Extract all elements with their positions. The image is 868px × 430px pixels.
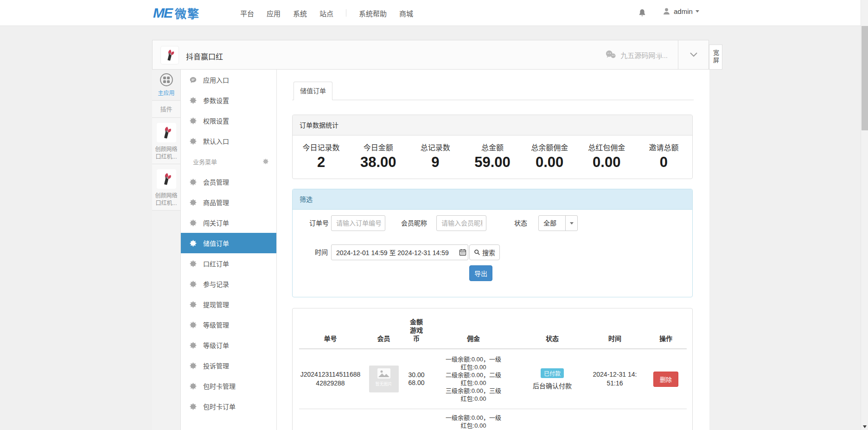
filter-panel: 筛选 订单号 会员昵称 状态 全部 时间 搜索 导出 (292, 189, 693, 297)
col-order-no: 单号 (299, 315, 362, 349)
amount-value: 30.00 (408, 371, 425, 379)
lipstick-icon (159, 125, 174, 141)
menu-item-lipstick-orders[interactable]: 口红订单 (181, 253, 276, 274)
menu-label: 口红订单 (203, 259, 229, 268)
cell-commission: 一级余额:0.00，一级红包:0.00 (427, 409, 520, 430)
search-icon (474, 249, 480, 256)
rail-item-main-app[interactable]: 主应用 (152, 70, 180, 100)
status-note: 后台确认付款 (520, 381, 585, 390)
order-stats-panel: 订单数据统计 今日记录数 2 今日金额 38.00 总记录数 9 总金额 59.… (292, 115, 693, 179)
menu-item-member-mgmt[interactable]: 会员管理 (181, 172, 276, 192)
menu-item-complaint-mgmt[interactable]: 投诉管理 (181, 355, 276, 376)
menu-item-default-entry[interactable]: 默认入口 (181, 131, 276, 151)
col-member: 会员 (362, 315, 406, 349)
col-actions: 操作 (645, 315, 687, 349)
gear-icon (189, 219, 197, 227)
stat-balance-commission: 总余额佣金 0.00 (521, 141, 578, 171)
page-scrollbar[interactable] (861, 0, 868, 430)
logo-name: 微擎 (175, 5, 200, 21)
gear-icon (189, 178, 197, 186)
gear-icon (189, 137, 197, 145)
menu-item-level-orders[interactable]: 闯关订单 (181, 212, 276, 233)
nav-apps[interactable]: 应用 (267, 8, 281, 18)
logo-mark: ME (153, 5, 172, 21)
gear-icon (189, 96, 197, 104)
time-label: 时间 (315, 244, 328, 260)
widescreen-toggle[interactable]: 宽屏 (709, 45, 722, 70)
table-row: J202412311451168842829288 暂无图片 30.00 68.… (299, 349, 687, 409)
sidebar-menu: 应用入口 参数设置 权限设置 默认入口 业务菜单 会员管理 商品管理 闯关订单 … (181, 70, 277, 430)
menu-label: 包时卡管理 (203, 381, 236, 391)
status-select[interactable]: 全部 (538, 215, 578, 231)
scrollbar-thumb[interactable] (862, 26, 868, 130)
app-rail: 主应用 插件 创颜网络口红机... 创颜网络口红机... (152, 70, 181, 430)
wechat-icon (605, 50, 617, 60)
menu-label: 等级管理 (203, 320, 229, 329)
gear-icon (189, 301, 197, 308)
status-badge: 已付款 (541, 368, 564, 378)
service-account: 九五源码网:iji... (605, 40, 668, 69)
rail-item-plugin-1[interactable]: 创颜网络口红机... (152, 118, 180, 164)
scrollbar-down-arrow[interactable] (861, 423, 868, 430)
menu-item-app-entry[interactable]: 应用入口 (181, 70, 276, 90)
menu-label: 储值订单 (203, 238, 229, 248)
nav-site[interactable]: 站点 (319, 8, 333, 18)
cell-commission: 一级余额:0.00，一级红包:0.00 二级余额:0.00，二级红包:0.00 … (427, 349, 520, 409)
cell-status: 已付款 后台确认付款 (520, 349, 585, 409)
nav-platform[interactable]: 平台 (240, 8, 254, 18)
menu-item-param-settings[interactable]: 参数设置 (181, 90, 276, 110)
menu-item-timecard-orders[interactable]: 包时卡订单 (181, 396, 276, 417)
notification-bell-icon[interactable] (638, 8, 647, 18)
search-button-label: 搜索 (482, 248, 495, 257)
menu-label: 等级订单 (203, 340, 229, 350)
caret-down-icon (570, 222, 574, 226)
col-amount-coin: 金额游戏币 (406, 315, 427, 349)
menu-item-timecard-mgmt[interactable]: 包时卡管理 (181, 376, 276, 396)
export-button[interactable]: 导出 (469, 265, 492, 281)
user-menu[interactable]: admin (662, 7, 699, 16)
nav-system[interactable]: 系统 (293, 8, 307, 18)
nickname-input[interactable] (436, 215, 486, 231)
tab-stored-value-orders[interactable]: 储值订单 (294, 82, 332, 100)
weiengine-logo[interactable]: ME 微擎 (153, 5, 200, 21)
app-logo (161, 46, 179, 64)
select-caret-button[interactable] (565, 216, 577, 231)
stat-today-amount: 今日金额 38.00 (350, 141, 407, 171)
menu-item-withdrawal-mgmt[interactable]: 提现管理 (181, 294, 276, 314)
menu-label: 会员管理 (203, 177, 229, 186)
lipstick-icon (159, 171, 174, 187)
rail-item-plugin-2[interactable]: 创颜网络口红机... (152, 164, 180, 211)
cell-amount-coin: 30.00 68.00 (406, 349, 427, 409)
stat-today-records: 今日记录数 2 (293, 141, 350, 171)
widescreen-label: 宽屏 (711, 50, 720, 64)
menu-item-product-mgmt[interactable]: 商品管理 (181, 192, 276, 212)
collapse-header-button[interactable] (678, 40, 708, 69)
search-button[interactable]: 搜索 (469, 244, 500, 260)
menu-label: 参数设置 (203, 96, 229, 105)
gear-icon (189, 341, 197, 349)
menu-item-grade-mgmt[interactable]: 等级管理 (181, 314, 276, 335)
menu-label: 默认入口 (203, 136, 229, 146)
nav-store[interactable]: 商城 (399, 8, 413, 18)
menu-item-permission-settings[interactable]: 权限设置 (181, 110, 276, 131)
filter-title: 筛选 (293, 189, 692, 210)
username: admin (674, 7, 693, 15)
nav-help[interactable]: 系统帮助 (359, 8, 387, 18)
top-navigation: 平台 应用 系统 站点 系统帮助 商城 (240, 0, 413, 26)
calendar-icon[interactable] (459, 249, 466, 256)
time-range-input[interactable] (331, 244, 468, 260)
orders-table: 单号 会员 金额游戏币 佣金 状态 时间 操作 J202412311451168… (299, 315, 687, 430)
plugin-icon (157, 123, 176, 142)
section-gear-icon[interactable] (262, 158, 269, 165)
order-no-input[interactable] (331, 215, 385, 231)
gear-icon (189, 280, 197, 288)
table-header-row: 单号 会员 金额游戏币 佣金 状态 时间 操作 (299, 315, 687, 349)
menu-item-grade-orders[interactable]: 等级订单 (181, 335, 276, 355)
menu-item-participation-records[interactable]: 参与记录 (181, 274, 276, 294)
menu-item-stored-value-orders[interactable]: 储值订单 (181, 233, 276, 253)
app-header: 抖音赢口红 九五源码网:iji... (152, 40, 709, 70)
filter-body: 订单号 会员昵称 状态 全部 时间 搜索 导出 (293, 210, 692, 297)
plugins-section-label: 插件 (152, 100, 180, 118)
status-selected-value: 全部 (539, 216, 565, 231)
delete-button[interactable]: 删除 (653, 372, 678, 387)
